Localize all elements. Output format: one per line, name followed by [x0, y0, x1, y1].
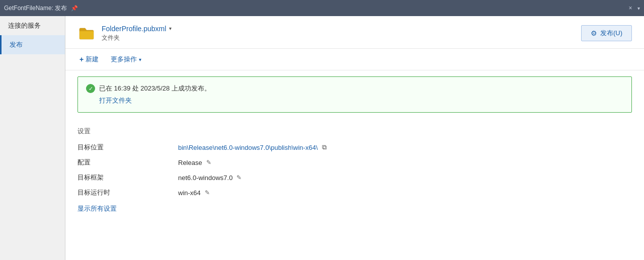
- sidebar: 连接的服务 发布: [0, 16, 65, 260]
- sidebar-label-publish: 发布: [10, 40, 23, 49]
- framework-edit-icon[interactable]: ✎: [236, 174, 242, 181]
- label-target-runtime: 目标运行时: [77, 188, 178, 197]
- profile-name-row[interactable]: FolderProfile.pubxml ▾: [102, 25, 172, 33]
- value-config: Release ✎: [178, 159, 632, 166]
- status-box: ✓ 已在 16:39 处 2023/5/28 上成功发布。 打开文件夹: [77, 76, 632, 113]
- settings-section: 设置 目标位置 bin\Release\net6.0-windows7.0\pu…: [65, 119, 644, 221]
- publish-gear-icon: ⚙: [591, 29, 597, 37]
- sidebar-item-connected-services[interactable]: 连接的服务: [0, 16, 65, 35]
- config-value-text: Release: [178, 159, 202, 166]
- publish-button[interactable]: ⚙ 发布(U): [581, 25, 632, 41]
- profile-type-text: 文件夹: [102, 34, 172, 42]
- settings-title: 设置: [77, 127, 632, 136]
- more-actions-button[interactable]: 更多操作 ▾: [109, 54, 143, 65]
- title-bar-title: GetFontFileName: 发布: [4, 4, 67, 13]
- sidebar-item-publish[interactable]: 发布: [0, 35, 65, 54]
- more-actions-label: 更多操作: [111, 55, 137, 64]
- title-bar-controls: × ▾: [626, 4, 640, 12]
- more-chevron-icon: ▾: [139, 57, 141, 62]
- checkmark-icon: ✓: [89, 85, 93, 92]
- show-all-settings-link[interactable]: 显示所有设置: [77, 204, 117, 213]
- value-target-framework: net6.0-windows7.0 ✎: [178, 174, 632, 182]
- settings-grid: 目标位置 bin\Release\net6.0-windows7.0\publi…: [77, 143, 632, 197]
- publish-button-label: 发布(U): [600, 29, 622, 38]
- framework-value-text: net6.0-windows7.0: [178, 174, 232, 182]
- open-folder-link[interactable]: 打开文件夹: [99, 96, 623, 105]
- dropdown-icon[interactable]: ▾: [637, 6, 640, 11]
- new-button[interactable]: + 新建: [77, 54, 101, 65]
- new-button-label: 新建: [86, 55, 99, 64]
- value-target-runtime: win-x64 ✎: [178, 189, 632, 197]
- profile-chevron-icon: ▾: [169, 26, 172, 31]
- title-bar: GetFontFileName: 发布 📌 × ▾: [0, 0, 644, 16]
- copy-icon[interactable]: ⧉: [322, 143, 327, 151]
- label-target-framework: 目标框架: [77, 173, 178, 182]
- status-row: ✓ 已在 16:39 处 2023/5/28 上成功发布。: [86, 84, 623, 93]
- content-area: FolderProfile.pubxml ▾ 文件夹 ⚙ 发布(U) + 新建 …: [65, 16, 644, 260]
- label-config: 配置: [77, 158, 178, 167]
- main-layout: 连接的服务 发布 FolderProfile.pubxml ▾: [0, 16, 644, 260]
- close-button[interactable]: ×: [626, 4, 634, 12]
- profile-header: FolderProfile.pubxml ▾ 文件夹 ⚙ 发布(U): [65, 16, 644, 49]
- profile-left: FolderProfile.pubxml ▾ 文件夹: [77, 24, 172, 42]
- profile-info: FolderProfile.pubxml ▾ 文件夹: [102, 25, 172, 42]
- runtime-edit-icon[interactable]: ✎: [205, 189, 210, 196]
- target-location-link[interactable]: bin\Release\net6.0-windows7.0\publish\wi…: [178, 144, 318, 151]
- profile-name-text: FolderProfile.pubxml: [102, 25, 166, 33]
- value-target-location: bin\Release\net6.0-windows7.0\publish\wi…: [178, 143, 632, 151]
- success-icon: ✓: [86, 84, 95, 93]
- label-target-location: 目标位置: [77, 143, 178, 152]
- config-edit-icon[interactable]: ✎: [206, 159, 211, 166]
- status-text: 已在 16:39 处 2023/5/28 上成功发布。: [99, 84, 211, 93]
- pin-icon[interactable]: 📌: [71, 5, 78, 12]
- plus-icon: +: [79, 55, 84, 63]
- sidebar-label-connected: 连接的服务: [8, 21, 41, 30]
- title-bar-left: GetFontFileName: 发布 📌: [4, 4, 78, 13]
- toolbar: + 新建 更多操作 ▾: [65, 49, 644, 70]
- folder-icon: [77, 24, 96, 42]
- runtime-value-text: win-x64: [178, 189, 201, 197]
